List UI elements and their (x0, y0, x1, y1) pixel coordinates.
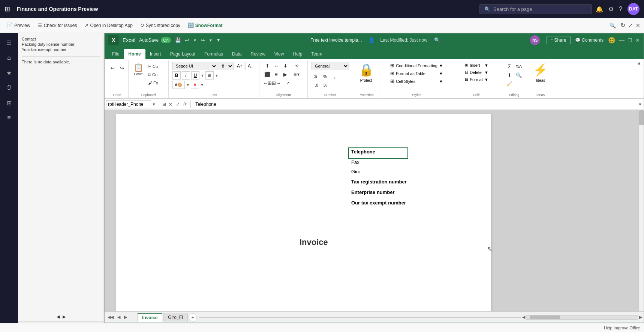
undo-btn[interactable]: ↩ (185, 37, 189, 43)
font-name-select[interactable]: Segoe UI (172, 62, 217, 70)
cancel-formula-icon[interactable]: ✕ (168, 101, 174, 108)
align-left-btn[interactable]: ⬛ (263, 71, 271, 78)
cell-ref-dropdown[interactable]: ▼ (152, 102, 156, 107)
formula-dropdown-icon[interactable]: ▼ (638, 102, 642, 107)
search-excel-icon[interactable]: 🔍 (434, 37, 440, 43)
insert-function-icon[interactable]: fx (183, 101, 187, 108)
cell-styles-btn[interactable]: ⊞ Cell Styles ▼ (389, 78, 444, 85)
format-dropdown[interactable]: ▼ (484, 77, 488, 82)
invoice-tab[interactable]: Invoice (137, 313, 162, 322)
percent-btn[interactable]: % (321, 72, 329, 80)
sort-btn[interactable]: ⇅A (515, 63, 523, 70)
number-format-select[interactable]: General (312, 62, 349, 70)
delete-cells-btn[interactable]: ⊟ Delete ▼ (464, 69, 490, 75)
clear-btn[interactable]: 🧹 (505, 80, 514, 87)
font-color-btn[interactable]: A (191, 81, 199, 89)
fax-cell[interactable]: Fax (348, 158, 362, 167)
expand-formula-icon[interactable]: ⊞ (162, 102, 166, 107)
copy-btn[interactable]: ⧉Co (147, 71, 166, 78)
tab-data[interactable]: Data (228, 49, 246, 59)
tab-formulas[interactable]: Formulas (200, 49, 228, 59)
currency-btn[interactable]: $ (312, 72, 320, 80)
paste-btn[interactable]: 📋 Paste (131, 63, 146, 77)
help-icon[interactable]: ? (619, 6, 622, 12)
tab-review[interactable]: Review (246, 49, 270, 59)
fmt-table-dropdown[interactable]: ▼ (439, 71, 443, 76)
font-size-select[interactable]: 8 (219, 62, 234, 70)
enterprise-cell[interactable]: Enterprise number (348, 188, 398, 197)
redo-ribbon-btn[interactable]: ↪ (118, 64, 126, 72)
sidebar-workspaces-icon[interactable]: ⊞ (2, 96, 16, 110)
undo-dropdown-icon[interactable]: ▼ (193, 38, 197, 42)
italic-btn[interactable]: I (182, 71, 190, 80)
notification-icon[interactable]: 🔔 (596, 6, 603, 13)
sync-btn[interactable]: ↻ Sync stored copy (137, 21, 183, 30)
align-bottom-btn[interactable]: ⬇ (281, 62, 289, 69)
tab-page-layout[interactable]: Page Layout (166, 49, 200, 59)
h-scrollbar-thumb[interactable] (530, 315, 560, 319)
font-increase-btn[interactable]: A↑ (235, 62, 244, 70)
tab-insert[interactable]: Insert (145, 49, 166, 59)
scroll-right-icon[interactable]: ▶ (63, 314, 66, 319)
add-sheet-btn[interactable]: + (189, 313, 197, 321)
decrease-indent-btn[interactable]: ←⊞ (263, 79, 271, 87)
help-office-text[interactable]: Help Improve Office (604, 326, 640, 330)
close-icon[interactable]: ✕ (636, 23, 640, 29)
nav-next-icon[interactable]: ▶ (123, 314, 129, 320)
scrollbar-thumb[interactable] (639, 110, 644, 125)
maximize-btn[interactable]: ☐ (628, 37, 632, 43)
merge-cells-btn[interactable]: ⊞▼ (290, 71, 304, 78)
format-painter-btn[interactable]: 🖌Fo (147, 79, 166, 87)
more-commands-icon[interactable]: ▼ (216, 38, 221, 43)
nav-dots-icon[interactable]: ⋮ (129, 314, 136, 320)
sum-btn[interactable]: Σ (505, 63, 514, 70)
check-issues-btn[interactable]: ☰ Check for issues (35, 21, 80, 30)
align-top-btn[interactable]: ⬆ (263, 62, 271, 69)
refresh-icon[interactable]: ↻ (620, 22, 625, 29)
minimize-btn[interactable]: — (619, 37, 625, 43)
sidebar-recent-icon[interactable]: ⏱ (2, 81, 16, 95)
redo-dropdown-icon[interactable]: ▼ (209, 38, 213, 42)
tab-team[interactable]: Team (307, 49, 326, 59)
cell-ref-box[interactable]: rptHeader_Phone (106, 100, 151, 108)
wrap-text-btn[interactable]: ⟲ (290, 62, 304, 69)
comma-btn[interactable]: , (330, 72, 338, 80)
redo-btn[interactable]: ↪ (201, 37, 205, 43)
ns-avatar[interactable]: NS (530, 35, 540, 45)
giro-fi-tab[interactable]: Giro_FI (163, 313, 188, 321)
hscroll-right-icon[interactable]: ▶ (639, 315, 642, 320)
delete-dropdown[interactable]: ▼ (484, 70, 488, 75)
tab-help[interactable]: Help (289, 49, 307, 59)
nav-prev-icon[interactable]: ◀ (116, 314, 122, 320)
find-btn[interactable]: 🔍 (515, 71, 523, 79)
save-icon[interactable]: 💾 (175, 37, 181, 43)
align-middle-btn[interactable]: ↔ (272, 62, 280, 69)
scroll-left-icon[interactable]: ◀ (57, 314, 60, 319)
tax-reg-cell[interactable]: Tax registration number (348, 177, 410, 186)
align-center-btn[interactable]: ≡ (272, 71, 280, 78)
vertical-scrollbar[interactable] (638, 110, 644, 311)
tab-home[interactable]: Home (124, 49, 145, 59)
conditional-formatting-btn[interactable]: ⊞ Conditional Formatting ▼ (389, 62, 444, 69)
giro-cell[interactable]: Giro (348, 167, 364, 176)
sidebar-favorites-icon[interactable]: ★ (2, 66, 16, 80)
increase-decimal-btn[interactable]: ↑.0 (312, 81, 320, 89)
comments-button[interactable]: 💬 Comments (572, 36, 607, 44)
telephone-cell[interactable]: Telephone (348, 147, 378, 156)
align-right-btn[interactable]: ▶ (281, 71, 289, 78)
action-search-icon[interactable]: 🔍 (610, 23, 616, 29)
ribbon-collapse-btn[interactable]: ▲ (636, 60, 642, 66)
border-btn[interactable]: ⊞ (205, 71, 214, 80)
fill-color-btn[interactable]: A🎨 (172, 81, 185, 89)
cell-styles-dropdown[interactable]: ▼ (439, 79, 443, 84)
hscroll-left-icon[interactable]: ◀ (522, 315, 525, 320)
insert-cells-btn[interactable]: ⊞ Insert ▼ (464, 62, 490, 68)
settings-icon[interactable]: ⚙ (608, 6, 614, 13)
cond-fmt-dropdown[interactable]: ▼ (439, 63, 443, 68)
sidebar-list-icon[interactable]: ≡ (2, 111, 16, 125)
sheet-area[interactable]: Telephone Fax Giro Tax registration numb… (105, 110, 644, 311)
open-desktop-btn[interactable]: ↗ Open in Desktop App (81, 21, 135, 30)
coauthor-icon[interactable]: 👤 (368, 37, 375, 43)
smiley-icon[interactable]: 😊 (608, 37, 616, 44)
undo-ribbon-btn[interactable]: ↩ (108, 64, 117, 72)
